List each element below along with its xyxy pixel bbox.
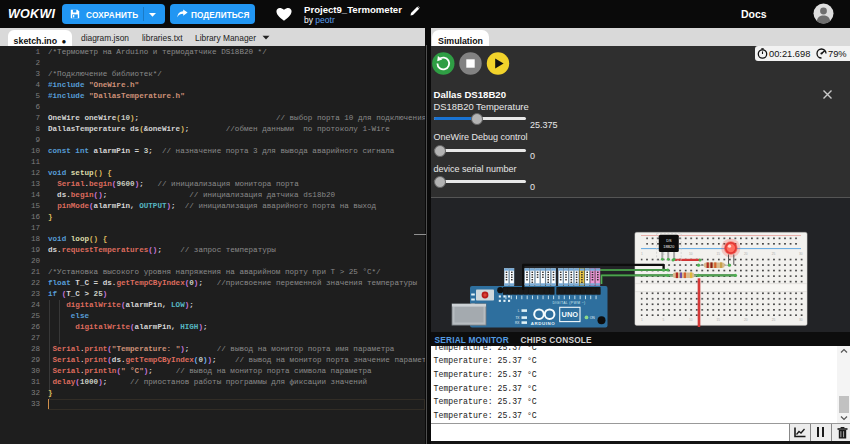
svg-text:15: 15	[717, 318, 721, 322]
svg-text:ON: ON	[590, 316, 596, 320]
svg-text:10: 10	[689, 252, 693, 256]
svg-text:25: 25	[772, 318, 776, 322]
svg-text:18B20: 18B20	[663, 245, 674, 249]
svg-text:1: 1	[641, 318, 643, 322]
svg-text:10: 10	[689, 318, 693, 322]
svg-text:25: 25	[772, 252, 776, 256]
svg-text:DIGITAL (PWM ~): DIGITAL (PWM ~)	[552, 301, 585, 305]
svg-text:15: 15	[717, 252, 721, 256]
svg-text:30: 30	[799, 252, 803, 256]
svg-text:UNO: UNO	[562, 310, 579, 319]
svg-text:5: 5	[663, 318, 665, 322]
svg-text:L: L	[518, 309, 520, 313]
svg-text:DS: DS	[666, 239, 672, 243]
svg-text:ARDUINO: ARDUINO	[531, 321, 556, 326]
svg-text:30: 30	[799, 318, 803, 322]
svg-text:1: 1	[641, 252, 643, 256]
svg-text:20: 20	[744, 318, 748, 322]
svg-text:20: 20	[744, 252, 748, 256]
